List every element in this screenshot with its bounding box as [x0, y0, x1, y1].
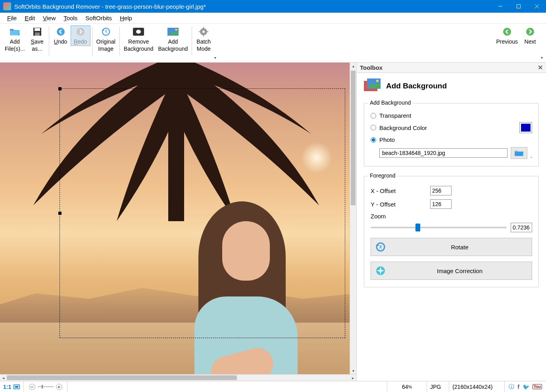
svg-rect-19 [199, 31, 200, 32]
toolbar: Add File(s)... Saveas... Undo Redo Origi… [0, 24, 546, 63]
next-button[interactable]: Next [520, 25, 540, 46]
add-bg-large-icon [364, 78, 381, 94]
youtube-icon[interactable]: You [533, 384, 542, 389]
rotate-icon: X [375, 241, 386, 252]
toolbar-overflow[interactable]: ▾ [214, 55, 216, 60]
zoom-out-icon[interactable]: − [29, 384, 35, 390]
scroll-thumb[interactable] [7, 375, 237, 380]
status-zoom-slider[interactable]: − + [24, 381, 67, 392]
scroll-thumb[interactable] [351, 71, 356, 205]
radio-transparent-input[interactable] [371, 113, 376, 119]
radio-bgcolor-input[interactable] [371, 125, 376, 130]
sparkle-icon [375, 265, 386, 276]
toolbar-nav-overflow[interactable]: ▾ [541, 55, 543, 60]
add-files-button[interactable]: Add File(s)... [2, 25, 27, 53]
y-offset-input[interactable] [430, 199, 452, 209]
svg-rect-17 [203, 27, 204, 29]
canvas-area: ▴ ▾ ◂ ▸ [0, 63, 356, 381]
radio-photo[interactable]: Photo [371, 136, 532, 143]
menubar: File Edit View Tools SoftOrbits Help [0, 13, 546, 24]
menu-view[interactable]: View [39, 13, 60, 23]
status-zoom-percent: 64% [387, 381, 427, 392]
canvas-viewport[interactable]: ▴ ▾ [0, 63, 356, 374]
horizontal-scrollbar[interactable]: ◂ ▸ [0, 374, 356, 381]
browse-photo-button[interactable] [511, 147, 527, 159]
scroll-right-icon[interactable]: ▸ [350, 376, 356, 380]
svg-point-16 [202, 31, 205, 33]
radio-photo-input[interactable] [371, 137, 376, 143]
minimize-button[interactable] [491, 0, 509, 13]
zoom-mini-track[interactable] [38, 386, 54, 387]
resize-handle[interactable] [58, 212, 62, 215]
menu-softorbits[interactable]: SoftOrbits [81, 13, 116, 23]
save-as-button[interactable]: Saveas... [27, 25, 47, 53]
twitter-icon[interactable]: 🐦 [523, 384, 529, 390]
y-offset-label: Y - Offset [371, 201, 426, 208]
svg-rect-18 [203, 35, 204, 36]
folder-open-icon [9, 26, 20, 37]
add-background-group: Add Background Transparent Background Co… [364, 103, 539, 166]
menu-tools[interactable]: Tools [60, 13, 81, 23]
x-offset-input[interactable] [430, 186, 452, 195]
menu-edit[interactable]: Edit [21, 13, 39, 23]
status-format: JPG [427, 381, 449, 392]
svg-point-14 [175, 29, 177, 31]
radio-bgcolor[interactable]: Background Color [371, 122, 532, 133]
maximize-button[interactable] [509, 0, 528, 13]
scroll-down-icon[interactable]: ▾ [350, 367, 356, 374]
status-social: ⓘ f 🐦 You [505, 381, 546, 392]
group-legend: Foregrond [368, 172, 397, 179]
menu-file[interactable]: File [3, 13, 21, 23]
save-icon [32, 26, 43, 37]
batch-mode-button[interactable]: Batch Mode [194, 25, 213, 53]
facebook-icon[interactable]: f [517, 384, 519, 390]
status-ratio[interactable]: 1:1 [0, 381, 24, 392]
previous-button[interactable]: Previous [494, 25, 520, 46]
clock-reset-icon [100, 26, 112, 37]
svg-point-21 [503, 28, 511, 36]
browse-more: . [531, 152, 532, 159]
zoom-value[interactable]: 0.7236 [511, 223, 532, 232]
svg-rect-6 [35, 33, 40, 36]
redo-button[interactable]: Redo [71, 25, 90, 46]
rotate-button[interactable]: X Rotate [371, 238, 532, 256]
zoom-slider-thumb[interactable] [415, 224, 420, 231]
scroll-left-icon[interactable]: ◂ [0, 376, 7, 380]
scroll-up-icon[interactable]: ▴ [350, 63, 356, 69]
remove-background-button[interactable]: Remove Background [121, 25, 156, 53]
titlebar: SoftOrbits Background Remover - tree-gra… [0, 0, 546, 13]
window-title: SoftOrbits Background Remover - tree-gra… [14, 3, 491, 10]
menu-help[interactable]: Help [116, 13, 136, 23]
toolbox-title-label: Toolbox [360, 64, 383, 71]
add-background-button[interactable]: Add Background [156, 25, 190, 53]
svg-point-22 [526, 28, 534, 36]
info-icon[interactable]: ⓘ [509, 383, 514, 390]
radio-transparent[interactable]: Transparent [371, 112, 532, 119]
resize-handle[interactable] [58, 87, 62, 90]
svg-rect-20 [207, 31, 208, 32]
composite-image [0, 63, 356, 374]
zoom-label: Zoom [371, 213, 532, 220]
photo-filename-input[interactable] [379, 148, 508, 158]
fit-screen-icon [13, 384, 20, 389]
zoom-slider[interactable] [371, 227, 507, 228]
toolbox-header: Toolbox ✕ [357, 63, 546, 73]
svg-rect-5 [35, 28, 40, 31]
arrow-left-icon [502, 26, 513, 37]
app-icon [3, 2, 11, 10]
svg-rect-33 [15, 386, 18, 388]
svg-rect-1 [517, 5, 521, 8]
close-panel-icon[interactable]: ✕ [538, 64, 543, 71]
image-correction-button[interactable]: Image Correction [371, 262, 532, 280]
original-image-button[interactable]: Original Image [94, 25, 118, 53]
arrow-right-icon [525, 26, 536, 37]
bgcolor-swatch[interactable] [519, 122, 532, 133]
foreground-group: Foregrond X - Offset Y - Offset Zoom 0.7… [364, 176, 539, 287]
close-button[interactable] [528, 0, 546, 13]
svg-text:X: X [379, 245, 382, 249]
zoom-in-icon[interactable]: + [56, 384, 62, 390]
undo-button[interactable]: Undo [51, 25, 71, 46]
toolbox-panel: Toolbox ✕ Add Background Add Background … [356, 63, 546, 381]
selection-marquee[interactable] [60, 88, 345, 338]
vertical-scrollbar[interactable]: ▴ ▾ [350, 63, 356, 374]
